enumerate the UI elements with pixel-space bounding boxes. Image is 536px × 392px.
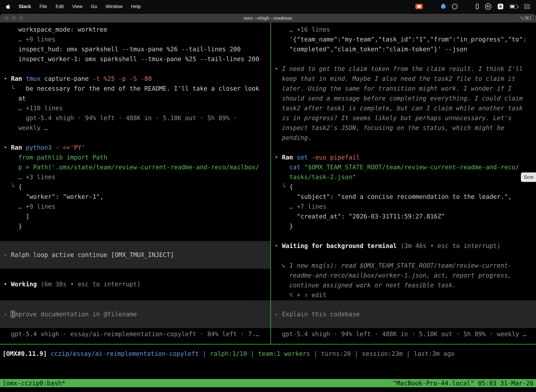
terminal-line: • Ran set -euo pipefail (271, 152, 536, 162)
input-source-icon[interactable]: A (498, 4, 503, 9)
terminal-line: › Ralph loop active continue [OMX_TMUX_I… (0, 250, 270, 260)
menu-item-go[interactable]: Go (91, 4, 97, 9)
terminal-text-segment: cczip/essay/ai-reimplementation-copyleft (51, 350, 199, 357)
terminal-text-segment: be necessary for the end of the README. … (26, 85, 259, 92)
terminal-text-segment: keep that in mind. Maybe I also need the… (274, 75, 515, 82)
terminal-text-segment (47, 350, 51, 357)
terminal-text-segment (22, 144, 26, 151)
apple-menu-icon[interactable] (6, 4, 10, 9)
terminal-line: inspect task2's JSON, focusing on the st… (271, 123, 536, 133)
screen-record-icon[interactable] (415, 4, 423, 9)
window-title: omx --xhigh --madmax (244, 15, 292, 21)
terminal-line (0, 64, 270, 74)
terminal-line: gpt-5.4 xhigh · essay/ai-reimplementatio… (0, 329, 270, 339)
terminal-text-segment: • (274, 242, 282, 249)
terminal-line: tasks/task-2.json" (271, 172, 536, 182)
close-window-button[interactable] (5, 16, 9, 20)
left-scrollback: workspace_mode: worktree … +9 lines insp… (0, 23, 270, 231)
menu-items: FileEditViewGoWindowHelp (40, 4, 141, 9)
terminal-text-segment: tasks/task-2.json" (274, 173, 356, 181)
terminal-text-segment: ralph:1/10 (210, 350, 247, 357)
right-prompt-input[interactable]: › Explain this codebase (271, 300, 536, 328)
terminal-line: gpt-5.4 xhigh · 94% left · 488K in · 5.1… (271, 329, 536, 339)
terminal-text-segment: ⌥ + ↑ edit (274, 292, 326, 299)
terminal-line: } (0, 221, 270, 231)
right-scrollback: … +16 lines '{"team_name":"my-team","tas… (271, 23, 536, 300)
terminal-text-segment: gpt-5.4 xhigh · 94% left · 488K in · 5.1… (274, 331, 526, 338)
terminal-text-segment: … +110 lines (4, 105, 63, 112)
terminal-text-segment (301, 164, 304, 171)
battery-icon[interactable] (510, 5, 518, 9)
terminal-text-segment: … +16 lines (274, 26, 330, 33)
menu-item-help[interactable]: Help (131, 4, 141, 9)
tmux-pane-left[interactable]: workspace_mode: worktree … +9 lines insp… (0, 23, 270, 344)
terminal-line: • Ran tmux capture-pane -t %25 -p -S -80 (0, 74, 270, 84)
dots-grid-icon[interactable] (464, 4, 469, 9)
terminal-text-segment: [OMX#0.11.9] (2, 350, 47, 357)
left-prompt-input[interactable]: › Improve documentation in @filename (0, 300, 270, 328)
tmux-session-label[interactable]: [omx-cczip0:bash* (2, 380, 65, 387)
terminal-text-segment: { (18, 183, 22, 190)
terminal-text-segment: } (274, 223, 293, 230)
app-circle-icon[interactable] (452, 4, 458, 9)
window-grid-icon[interactable] (429, 4, 435, 9)
menu-item-edit[interactable]: Edit (56, 4, 64, 9)
terminal-text-segment: • (4, 75, 11, 82)
terminal-text-segment: "subject": "send a concise recommendatio… (274, 193, 512, 200)
terminal-text-segment: set (297, 154, 308, 161)
terminal-line: "subject": "send a concise recommendatio… (271, 192, 536, 202)
terminal-line: gpt-5.4 xhigh · 94% left · 488K in · 5.1… (0, 113, 270, 123)
terminal-text-segment: ↳ (274, 262, 289, 269)
terminal-line: later. Using the same for transition mig… (271, 84, 536, 93)
battery-gauge-icon[interactable]: 61 (485, 3, 491, 10)
terminal-text-segment: (6m 38s • esc to interrupt) (37, 281, 141, 288)
left-model-status-line: gpt-5.4 xhigh · essay/ai-reimplementatio… (0, 329, 270, 339)
terminal-line: should send a message before completing … (271, 93, 536, 103)
water-drop-icon[interactable] (440, 3, 447, 10)
terminal-text-segment: from pathlib import Path (4, 154, 107, 161)
terminal-line: "worker": "worker-1", (0, 192, 270, 202)
terminal-text-segment: Ran (11, 144, 22, 151)
terminal-text-segment: "worker": "worker-1", (4, 193, 104, 200)
terminal-line: └ be necessary for the end of the README… (0, 84, 270, 93)
terminal-text-segment: | (247, 350, 258, 357)
menu-bar-status-icons: 61 A (415, 3, 530, 10)
menu-app-name[interactable]: Slack (19, 4, 31, 9)
terminal-text-segment: Working (11, 281, 37, 288)
menu-item-file[interactable]: File (40, 4, 47, 9)
terminal-text-segment: readme-and-reco/mailbox/worker-1.json, a… (274, 272, 512, 279)
tmux-status-bar: [omx-cczip0:bash* "MacBook-Pro-44.local"… (0, 379, 536, 387)
terminal-line: └ { (0, 182, 270, 192)
terminal-text-segment: "created_at": "2026-03-31T11:59:27.816Z" (274, 213, 445, 220)
terminal-line: } (271, 221, 536, 231)
terminal-line: › Improve documentation in @filename (0, 309, 270, 319)
terminal-text-segment: task2 after task1 is complete, but can I… (274, 105, 523, 112)
terminal-text-segment: Ran (11, 75, 22, 82)
terminal-line: › Explain this codebase (271, 309, 536, 319)
terminal-text-segment: is in progress? It seems likely but perh… (274, 115, 512, 121)
tmux-host-clock: "MacBook-Pro-44.local" 05:03 31-Mar-26 (393, 380, 534, 387)
menu-item-view[interactable]: View (72, 4, 82, 9)
terminal-text-segment: Ralph loop active continue [OMX_TMUX_INJ… (11, 251, 174, 258)
terminal-text-segment: I (11, 311, 14, 318)
terminal-text-segment (52, 144, 55, 151)
minimize-window-button[interactable] (12, 16, 16, 20)
pill-icon[interactable] (476, 4, 479, 9)
terminal-text-segment: workspace_mode: worktree (4, 26, 107, 33)
terminal-line: … +7 lines (271, 202, 536, 211)
terminal-text-segment (22, 75, 26, 82)
window-shortcut-hint: ⌥⌘1 (519, 15, 532, 21)
control-center-icon[interactable] (524, 4, 530, 9)
terminal-line: workspace_mode: worktree (0, 25, 270, 34)
left-working-status: • Working (6m 38s • esc to interrupt) (0, 279, 270, 289)
terminal-window: omx --xhigh --madmax ⌥⌘1 workspace_mode:… (0, 14, 536, 392)
terminal-text-segment: pending. (274, 134, 312, 141)
terminal-text-segment: | (199, 350, 210, 357)
terminal-text-segment: › Explain this codebase (274, 311, 360, 318)
terminal-text-segment: python3 (26, 144, 52, 151)
window-title-bar[interactable]: omx --xhigh --madmax ⌥⌘1 (0, 14, 536, 23)
zoom-window-button[interactable] (19, 16, 23, 20)
terminal-line: • Ran python3 - <<'PY' (0, 143, 270, 152)
tmux-pane-right[interactable]: … +16 lines '{"team_name":"my-team","tas… (271, 23, 536, 344)
menu-item-window[interactable]: Window (106, 4, 123, 9)
